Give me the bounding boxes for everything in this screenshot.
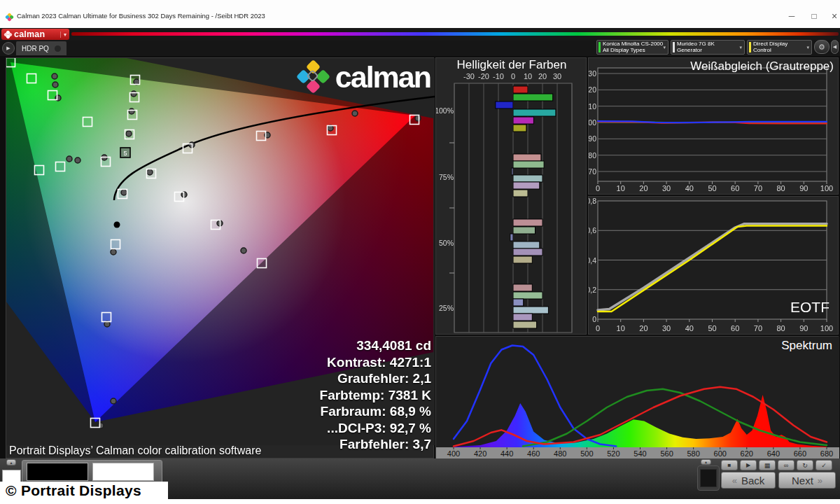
- white-balance-panel: 1301201101009080700102030405060708090100…: [588, 57, 839, 195]
- eotf-panel: 0,80,60,40,200102030405060708090100 EOTF: [588, 196, 839, 335]
- minimize-icon[interactable]: ─: [784, 10, 799, 22]
- next-button[interactable]: Next »: [778, 472, 836, 489]
- svg-text:400: 400: [447, 449, 460, 458]
- svg-text:680: 680: [820, 449, 833, 458]
- check-icon[interactable]: ✓: [816, 460, 832, 470]
- next-chevron-icon: »: [818, 475, 822, 486]
- close-icon[interactable]: ×: [827, 10, 840, 22]
- workspace: 5 calman 334,4081 cd Kontrast: 4271:1 Gr…: [0, 56, 840, 458]
- measurement-stats: 334,4081 cd Kontrast: 4271:1 Graufehler:…: [320, 337, 431, 453]
- svg-text:0,4: 0,4: [589, 256, 596, 265]
- current-pattern-well[interactable]: [697, 465, 720, 491]
- svg-text:620: 620: [741, 449, 753, 458]
- calman-window: Calman 2023 Calman Ultimate for Business…: [0, 0, 840, 504]
- color-temp-value: Farbtemp: 7381 K: [320, 387, 431, 404]
- up-arrow-icon[interactable]: ▲: [701, 459, 711, 465]
- up-arrow-icon[interactable]: ▲: [6, 459, 16, 465]
- svg-text:30: 30: [662, 184, 671, 192]
- generator-device-button[interactable]: Murideo 7G 8K Generator ▾: [671, 40, 745, 55]
- tab-close-icon[interactable]: [55, 46, 61, 52]
- restore-icon[interactable]: □: [806, 10, 822, 22]
- svg-text:30: 30: [553, 72, 561, 80]
- svg-text:5: 5: [123, 150, 127, 157]
- black-pattern-swatch[interactable]: [27, 463, 88, 481]
- collapse-panel-icon[interactable]: ◀: [831, 40, 839, 54]
- display-control-name: Direct Display Control: [753, 41, 807, 53]
- svg-text:10: 10: [617, 184, 625, 192]
- svg-text:440: 440: [500, 449, 513, 458]
- spectrum-panel: 4004204404604805005205405605806006206406…: [435, 336, 839, 458]
- svg-text:80: 80: [776, 324, 785, 332]
- svg-text:10: 10: [524, 72, 532, 80]
- svg-text:90: 90: [799, 324, 808, 332]
- svg-text:0: 0: [596, 184, 600, 192]
- dci-p3-coverage-value: ...DCI-P3: 92,7 %: [320, 420, 431, 437]
- svg-text:460: 460: [527, 449, 540, 458]
- stop-icon[interactable]: ■: [721, 460, 738, 470]
- svg-text:50%: 50%: [439, 239, 454, 247]
- svg-text:580: 580: [687, 449, 699, 458]
- svg-text:20: 20: [639, 184, 648, 192]
- svg-text:120: 120: [589, 85, 596, 94]
- svg-text:-30: -30: [463, 72, 475, 80]
- svg-text:100: 100: [820, 324, 833, 332]
- display-status-indicator: [749, 42, 751, 52]
- svg-text:30: 30: [662, 324, 671, 332]
- back-chevron-icon: «: [732, 475, 737, 486]
- window-title: Calman 2023 Calman Ultimate for Business…: [17, 12, 265, 20]
- pattern-window-icon[interactable]: ▦: [759, 460, 776, 470]
- svg-text:90: 90: [799, 184, 808, 192]
- rainbow-accent-bar: [71, 32, 839, 36]
- svg-text:0,6: 0,6: [589, 226, 596, 234]
- link-icon[interactable]: ∞: [778, 460, 794, 470]
- bottom-margin: [0, 499, 840, 504]
- gear-icon[interactable]: ⚙: [814, 40, 830, 54]
- svg-text:540: 540: [634, 449, 646, 458]
- calman-wordmark: calman: [335, 61, 430, 93]
- cie-gamut-panel: 5 calman 334,4081 cd Kontrast: 4271:1 Gr…: [6, 57, 434, 458]
- contrast-value: Kontrast: 4271:1: [320, 354, 431, 371]
- tab-flyout-icon[interactable]: ▶: [2, 42, 15, 55]
- svg-text:60: 60: [731, 184, 739, 192]
- svg-text:100%: 100%: [436, 106, 454, 115]
- svg-text:0: 0: [592, 315, 596, 323]
- back-button[interactable]: « Back: [721, 472, 776, 489]
- svg-text:0,2: 0,2: [589, 286, 596, 294]
- next-label: Next: [792, 475, 813, 486]
- svg-text:40: 40: [685, 324, 694, 332]
- svg-text:100: 100: [820, 184, 833, 192]
- white-pattern-swatch[interactable]: [92, 463, 154, 481]
- luminance-value: 334,4081 cd: [320, 337, 431, 354]
- chart-label: EOTF: [790, 299, 830, 316]
- calman-diamond-icon: [298, 61, 330, 93]
- pattern-preview: [700, 469, 717, 487]
- svg-text:80: 80: [776, 184, 785, 192]
- generator-status-indicator: [673, 42, 675, 52]
- meter-device-button[interactable]: Konica Minolta CS-2000 All Display Types…: [596, 40, 668, 55]
- app-logo-icon: [6, 13, 13, 21]
- copyright-watermark: © Portrait Displays: [6, 482, 141, 499]
- svg-text:25%: 25%: [439, 304, 454, 312]
- svg-text:480: 480: [554, 449, 566, 458]
- svg-text:10: 10: [617, 324, 625, 332]
- svg-text:0: 0: [511, 72, 515, 80]
- white-balance-chart: 1301201101009080700102030405060708090100: [589, 58, 839, 195]
- svg-text:90: 90: [589, 134, 596, 143]
- calman-menu-button[interactable]: calman ▾: [1, 29, 69, 40]
- refresh-icon[interactable]: ↻: [797, 460, 813, 470]
- display-control-button[interactable]: Direct Display Control ▾: [747, 40, 812, 55]
- play-icon[interactable]: ▶: [740, 460, 757, 470]
- chart-title: Weißabgleich (Grautreppe): [690, 59, 834, 74]
- brand-label: calman: [14, 29, 45, 39]
- generator-name: Murideo 7G 8K Generator: [677, 41, 740, 53]
- chart-title: Spektrum: [781, 339, 832, 353]
- back-label: Back: [741, 475, 764, 486]
- tab-hdr-pq[interactable]: HDR PQ: [16, 41, 66, 55]
- svg-text:40: 40: [685, 184, 694, 192]
- svg-text:-20: -20: [478, 72, 489, 80]
- title-bar: Calman 2023 Calman Ultimate for Business…: [0, 0, 840, 28]
- svg-text:0: 0: [596, 324, 600, 332]
- chevron-down-icon: ▾: [663, 45, 666, 50]
- svg-text:100: 100: [589, 118, 596, 127]
- tab-bar: ▶ HDR PQ Konica Minolta CS-2000 All Disp…: [0, 41, 840, 56]
